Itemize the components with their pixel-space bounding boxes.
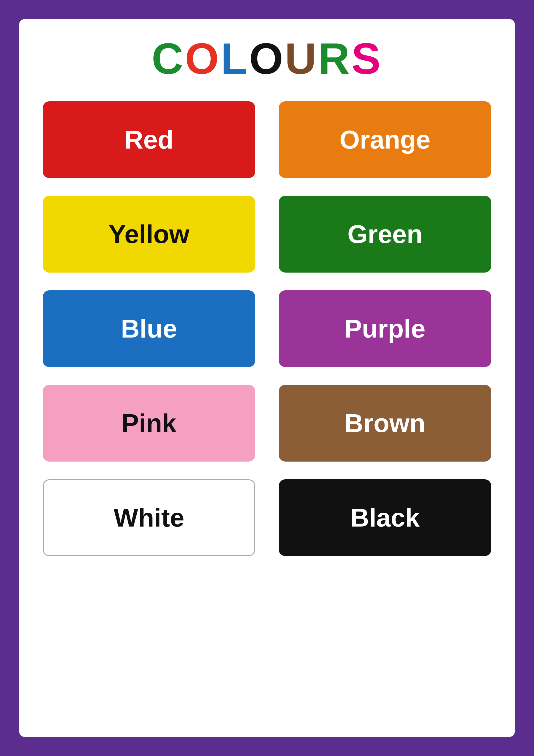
color-box-orange: Orange bbox=[279, 101, 491, 178]
color-box-pink: Pink bbox=[43, 385, 255, 462]
page-title: COLOURS bbox=[152, 37, 382, 81]
title-letter-c: C bbox=[152, 34, 185, 83]
main-page: COLOURS Red Orange Yellow Green Blue Pur… bbox=[19, 19, 515, 737]
color-label-orange: Orange bbox=[340, 124, 430, 155]
color-box-brown: Brown bbox=[279, 385, 491, 462]
title-letter-u: U bbox=[285, 34, 318, 83]
color-label-white: White bbox=[114, 502, 184, 533]
color-label-purple: Purple bbox=[344, 313, 425, 344]
color-box-black: Black bbox=[279, 479, 491, 556]
color-label-red: Red bbox=[124, 124, 173, 155]
color-label-yellow: Yellow bbox=[109, 219, 190, 249]
color-box-red: Red bbox=[43, 101, 255, 178]
color-box-green: Green bbox=[279, 196, 491, 273]
color-label-blue: Blue bbox=[121, 313, 177, 344]
color-box-purple: Purple bbox=[279, 290, 491, 367]
title-letter-r: R bbox=[318, 34, 351, 83]
color-box-white: White bbox=[43, 479, 255, 556]
color-label-green: Green bbox=[347, 219, 422, 249]
title-letter-s: S bbox=[351, 34, 382, 83]
color-box-yellow: Yellow bbox=[43, 196, 255, 273]
color-box-blue: Blue bbox=[43, 290, 255, 367]
title-letter-l: L bbox=[221, 34, 249, 83]
color-label-black: Black bbox=[350, 502, 420, 533]
color-label-pink: Pink bbox=[121, 408, 176, 438]
colors-grid: Red Orange Yellow Green Blue Purple Pink… bbox=[43, 101, 491, 556]
title-letter-o1: O bbox=[185, 34, 221, 83]
title-letter-o2: O bbox=[249, 34, 285, 83]
color-label-brown: Brown bbox=[344, 408, 425, 438]
